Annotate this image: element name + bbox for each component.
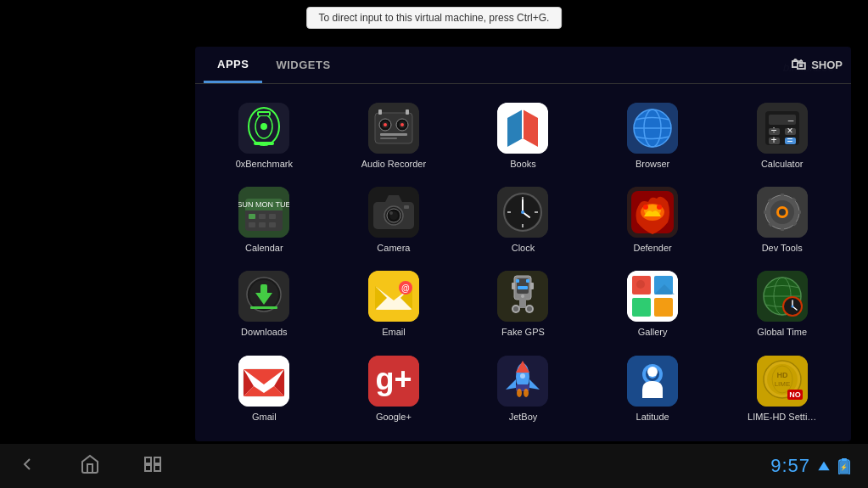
app-dev-tools[interactable]: Dev Tools: [717, 177, 847, 261]
tab-bar: APPS WIDGETS 🛍 SHOP: [195, 47, 851, 84]
app-0xbenchmark[interactable]: 0xBenchmark: [199, 93, 329, 177]
app-defender[interactable]: Defender: [588, 177, 718, 261]
app-label-lime-hd: LIME-HD Setti…: [748, 412, 816, 423]
svg-rect-80: [781, 225, 784, 231]
svg-rect-105: [516, 279, 519, 283]
svg-text:@: @: [401, 283, 410, 293]
app-drawer: APPS WIDGETS 🛍 SHOP 0xB: [195, 47, 851, 441]
app-icon-gmail: [238, 356, 289, 407]
app-books[interactable]: Books: [458, 93, 588, 177]
app-global-time[interactable]: Global Time: [717, 261, 847, 345]
app-label-email: Email: [382, 327, 406, 338]
svg-rect-164: [154, 465, 160, 471]
nav-left-buttons: [17, 454, 163, 479]
svg-point-14: [400, 123, 404, 126]
app-label-defender: Defender: [633, 243, 671, 254]
svg-rect-15: [380, 133, 407, 136]
svg-point-113: [527, 306, 532, 311]
svg-point-119: [636, 280, 645, 289]
app-latitude[interactable]: Latitude: [588, 345, 718, 429]
app-label-calculator: Calculator: [761, 159, 804, 170]
shop-label: SHOP: [811, 59, 843, 71]
app-label-jetboy: JetBoy: [509, 412, 538, 423]
app-browser[interactable]: Browser: [588, 93, 718, 177]
svg-rect-167: [842, 458, 847, 461]
app-google-plus[interactable]: g+ Google+: [329, 345, 459, 429]
app-label-camera: Camera: [377, 243, 410, 254]
app-clock[interactable]: Clock: [458, 177, 588, 261]
app-fake-gps[interactable]: Fake GPS: [458, 261, 588, 345]
app-label-calendar: Calendar: [245, 243, 283, 254]
svg-point-103: [521, 294, 524, 298]
signal-icon: [817, 459, 831, 473]
svg-point-145: [517, 389, 522, 397]
app-label-downloads: Downloads: [241, 327, 287, 338]
svg-point-73: [657, 205, 662, 210]
app-calculator[interactable]: — ÷ × + = Calculator: [717, 93, 847, 177]
apps-grid: 0xBenchmark Au: [195, 84, 851, 438]
svg-rect-109: [530, 283, 534, 289]
app-label-0xbenchmark: 0xBenchmark: [236, 159, 293, 170]
app-audio-recorder[interactable]: Audio Recorder: [329, 93, 459, 177]
svg-point-72: [643, 205, 648, 210]
tab-widgets[interactable]: WIDGETS: [262, 48, 344, 81]
app-label-dev-tools: Dev Tools: [762, 243, 803, 254]
svg-rect-162: [154, 457, 160, 463]
svg-point-129: [791, 306, 793, 308]
svg-text:NO: NO: [789, 390, 801, 399]
svg-point-11: [384, 123, 387, 126]
svg-rect-45: [259, 214, 266, 219]
app-icon-audio-recorder: [368, 103, 419, 154]
recents-button[interactable]: [143, 454, 163, 479]
app-icon-global-time: [757, 271, 808, 322]
svg-rect-46: [269, 214, 276, 219]
app-icon-browser: [627, 103, 678, 154]
app-gmail[interactable]: Gmail: [199, 345, 329, 429]
app-jetboy[interactable]: JetBoy: [458, 345, 588, 429]
svg-text:=: =: [787, 134, 792, 146]
app-icon-gallery: [627, 271, 678, 322]
svg-rect-18: [406, 109, 409, 115]
svg-point-67: [521, 210, 524, 214]
svg-text:LIME: LIME: [774, 380, 790, 388]
app-label-google-plus: Google+: [376, 412, 412, 423]
app-icon-defender: [627, 187, 678, 238]
app-icon-dev-tools: [757, 187, 808, 238]
svg-point-5: [260, 123, 267, 130]
app-icon-calendar: SUN MON TUE: [238, 187, 289, 238]
app-label-gmail: Gmail: [252, 412, 277, 423]
app-icon-calculator: — ÷ × + =: [757, 103, 808, 154]
tab-apps[interactable]: APPS: [204, 48, 262, 83]
svg-rect-161: [145, 457, 151, 463]
shop-button[interactable]: 🛍 SHOP: [791, 56, 843, 74]
tooltip-bar: To direct input to this virtual machine,…: [306, 7, 563, 29]
app-label-clock: Clock: [512, 243, 535, 254]
app-lime-hd[interactable]: HD LIME NO LIME-HD Setti…: [717, 345, 847, 429]
app-email[interactable]: @ Email: [329, 261, 459, 345]
svg-text:SUN MON TUE: SUN MON TUE: [238, 200, 289, 209]
svg-rect-57: [404, 205, 409, 209]
svg-rect-6: [254, 142, 274, 145]
svg-rect-47: [249, 222, 255, 227]
app-icon-email: @: [368, 271, 419, 322]
app-label-books: Books: [510, 159, 536, 170]
svg-rect-92: [250, 306, 277, 309]
app-icon-books: [497, 103, 548, 154]
svg-text:+: +: [770, 134, 776, 146]
app-icon-fake-gps: [497, 271, 548, 322]
shop-icon: 🛍: [791, 56, 806, 74]
app-camera[interactable]: Camera: [329, 177, 459, 261]
app-icon-camera: [368, 187, 419, 238]
home-button[interactable]: [80, 454, 100, 479]
svg-rect-16: [380, 137, 397, 139]
svg-point-146: [524, 389, 529, 397]
app-icon-downloads: [238, 271, 289, 322]
app-label-fake-gps: Fake GPS: [501, 327, 545, 338]
app-downloads[interactable]: Downloads: [199, 261, 329, 345]
svg-rect-118: [654, 298, 673, 317]
app-calendar[interactable]: SUN MON TUE Calendar: [199, 177, 329, 261]
back-button[interactable]: [17, 454, 37, 479]
app-label-browser: Browser: [636, 159, 669, 170]
app-gallery[interactable]: Gallery: [588, 261, 718, 345]
app-label-latitude: Latitude: [636, 412, 669, 423]
